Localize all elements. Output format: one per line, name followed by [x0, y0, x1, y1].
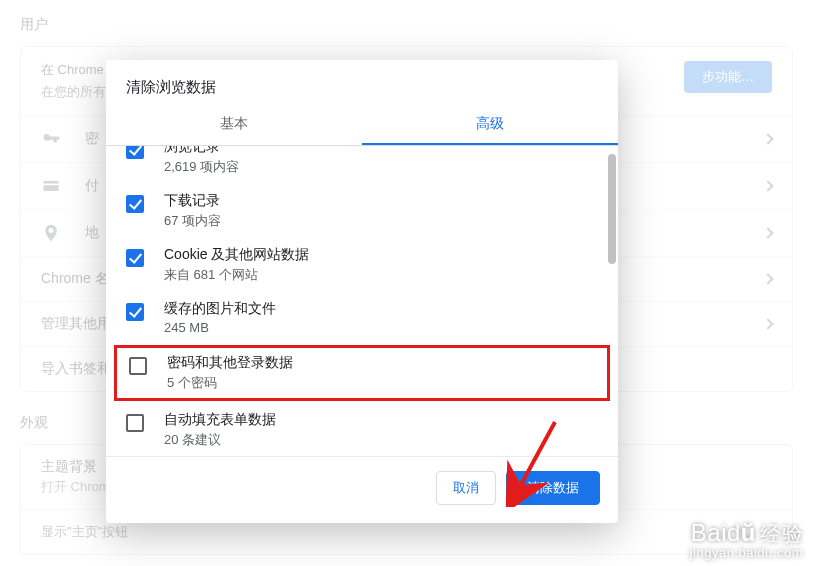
item-title: 浏览记录 [164, 146, 239, 156]
paw-icon [653, 515, 689, 545]
item-subtitle: 2,619 项内容 [164, 158, 239, 176]
dialog-item[interactable]: 浏览记录2,619 项内容 [106, 146, 618, 184]
dialog-item[interactable]: 下载记录67 项内容 [106, 184, 618, 238]
watermark: Baidŭ经验 jingyan.baidu.com [653, 515, 803, 560]
checkbox[interactable] [129, 357, 147, 375]
checkbox[interactable] [126, 414, 144, 432]
checkbox[interactable] [126, 146, 144, 159]
item-title: 下载记录 [164, 192, 221, 210]
item-title: 密码和其他登录数据 [167, 354, 293, 372]
dialog-item[interactable]: 密码和其他登录数据5 个密码 [114, 345, 610, 401]
dialog-item-list: 浏览记录2,619 项内容下载记录67 项内容Cookie 及其他网站数据来自 … [106, 146, 618, 456]
dialog-item[interactable]: 自动填充表单数据20 条建议 [106, 403, 618, 456]
clear-browsing-data-dialog: 清除浏览数据 基本 高级 浏览记录2,619 项内容下载记录67 项内容Cook… [106, 60, 618, 523]
item-subtitle: 67 项内容 [164, 212, 221, 230]
item-title: 缓存的图片和文件 [164, 300, 276, 318]
item-subtitle: 来自 681 个网站 [164, 266, 309, 284]
checkbox[interactable] [126, 195, 144, 213]
dialog-title: 清除浏览数据 [106, 60, 618, 107]
item-subtitle: 5 个密码 [167, 374, 293, 392]
checkbox[interactable] [126, 249, 144, 267]
item-title: Cookie 及其他网站数据 [164, 246, 309, 264]
item-title: 自动填充表单数据 [164, 411, 276, 429]
dialog-item[interactable]: 缓存的图片和文件245 MB [106, 292, 618, 343]
tab-advanced[interactable]: 高级 [362, 107, 618, 145]
clear-data-button[interactable]: 清除数据 [506, 471, 600, 505]
tab-basic[interactable]: 基本 [106, 107, 362, 145]
item-subtitle: 245 MB [164, 320, 276, 335]
scrollbar-thumb[interactable] [608, 154, 616, 264]
item-subtitle: 20 条建议 [164, 431, 276, 449]
cancel-button[interactable]: 取消 [436, 471, 496, 505]
dialog-footer: 取消 清除数据 [106, 456, 618, 523]
checkbox[interactable] [126, 303, 144, 321]
dialog-tabs: 基本 高级 [106, 107, 618, 146]
dialog-item[interactable]: Cookie 及其他网站数据来自 681 个网站 [106, 238, 618, 292]
